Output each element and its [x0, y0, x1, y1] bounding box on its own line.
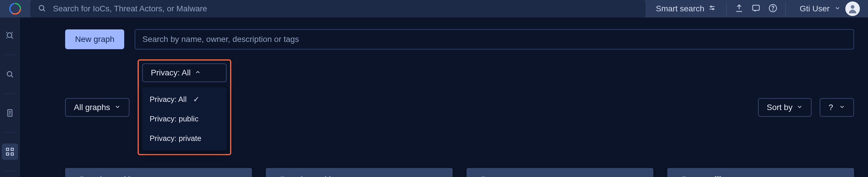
question-label: ?: [829, 103, 833, 112]
svg-line-16: [11, 76, 13, 78]
cards: dutogekisser.com Created 42 minutes ago: [65, 168, 868, 177]
card-header: Grrrrrrrrrr Created 1 hour ago: [467, 168, 653, 177]
upload-icon[interactable]: [735, 4, 744, 14]
sort-by-dropdown[interactable]: Sort by: [758, 98, 812, 117]
controls-row: New graph: [65, 29, 868, 50]
svg-point-15: [7, 71, 12, 76]
graph-card[interactable]: Grrrrrrrrrr Created 1 hour ago: [467, 168, 653, 177]
divider: [785, 2, 786, 15]
svg-line-4: [43, 9, 45, 11]
privacy-option-all[interactable]: Privacy: All ✓: [142, 90, 226, 109]
main: New graph All graphs Privacy: All: [0, 18, 868, 177]
privacy-dropdown[interactable]: Privacy: All: [142, 63, 226, 82]
all-graphs-dropdown[interactable]: All graphs: [65, 98, 129, 117]
card-header: Grafff Created 1 hour ago: [667, 168, 854, 177]
privacy-highlight: Privacy: All Privacy: All ✓ Privacy: pub…: [137, 59, 231, 155]
app-logo[interactable]: [8, 2, 22, 16]
all-graphs-label: All graphs: [74, 103, 110, 112]
privacy-option-label: Privacy: All: [150, 95, 187, 104]
privacy-menu: Privacy: All ✓ Privacy: public Privacy: …: [142, 87, 226, 150]
help-icon[interactable]: [769, 4, 777, 14]
help-dropdown[interactable]: ?: [820, 98, 854, 117]
svg-line-14: [11, 37, 13, 39]
svg-rect-21: [6, 148, 9, 150]
avatar: [845, 1, 860, 16]
user-label: Gti User: [800, 4, 830, 13]
chevron-down-icon: [114, 103, 121, 112]
graph-search[interactable]: [135, 29, 854, 50]
sidebar-item-reports[interactable]: [2, 105, 18, 121]
new-graph-label: New graph: [75, 35, 114, 44]
content: New graph All graphs Privacy: All: [20, 18, 868, 177]
user-menu[interactable]: Gti User: [800, 1, 860, 16]
divider: [3, 132, 17, 132]
svg-point-13: [7, 33, 12, 37]
card-header: dutogekisser.com Created 42 minutes ago: [65, 168, 252, 177]
graph-card[interactable]: dutogekisser.com Created 42 minutes ago: [266, 168, 453, 177]
sliders-icon: [708, 4, 716, 14]
search-icon: [38, 4, 46, 13]
graph-search-input[interactable]: [142, 35, 846, 44]
topbar: Smart search Gti User: [0, 0, 868, 18]
sidebar-item-search[interactable]: [2, 27, 18, 44]
smart-search-label: Smart search: [656, 4, 705, 13]
global-search[interactable]: [30, 0, 646, 18]
sidebar: [0, 18, 20, 177]
svg-rect-23: [6, 153, 9, 155]
cards-wrap: dutogekisser.com Created 42 minutes ago: [65, 168, 868, 177]
privacy-option-label: Privacy: private: [150, 134, 202, 143]
privacy-label: Privacy: All: [151, 68, 191, 78]
svg-point-7: [711, 6, 712, 7]
new-graph-button[interactable]: New graph: [65, 29, 124, 49]
sidebar-item-explore[interactable]: [2, 66, 18, 82]
divider: [3, 171, 17, 171]
svg-point-3: [39, 5, 44, 10]
smart-search-button[interactable]: Smart search: [654, 4, 718, 14]
divider: [3, 93, 17, 94]
sidebar-item-graph[interactable]: [2, 144, 18, 160]
chat-icon[interactable]: [752, 4, 761, 14]
privacy-option-label: Privacy: public: [150, 114, 199, 123]
chevron-up-icon: [195, 68, 201, 78]
graph-card[interactable]: Grafff Created 1 hour ago: [667, 168, 854, 177]
chevron-down-icon: [834, 4, 841, 13]
privacy-option-private[interactable]: Privacy: private: [142, 129, 226, 148]
chevron-down-icon: [797, 103, 803, 112]
svg-point-8: [712, 8, 714, 9]
topbar-actions: [735, 4, 777, 14]
svg-rect-22: [11, 148, 13, 150]
divider: [3, 55, 17, 55]
svg-rect-9: [753, 5, 760, 10]
chevron-down-icon: [839, 103, 845, 112]
card-title: dutogekisser.com: [97, 175, 178, 177]
card-header: dutogekisser.com Created 42 minutes ago: [266, 168, 453, 177]
privacy-option-public[interactable]: Privacy: public: [142, 109, 226, 129]
svg-rect-24: [11, 153, 13, 155]
sort-by-label: Sort by: [767, 103, 793, 112]
card-title: Grrrrrrrrrr: [499, 175, 564, 177]
global-search-input[interactable]: [53, 4, 638, 13]
svg-point-11: [773, 10, 773, 10]
graph-card[interactable]: dutogekisser.com Created 42 minutes ago: [65, 168, 252, 177]
svg-point-12: [851, 5, 855, 9]
check-icon: ✓: [193, 95, 199, 104]
card-title: Grafff: [699, 175, 765, 177]
filters-row: All graphs Privacy: All Privacy: All ✓: [65, 59, 868, 155]
card-title: dutogekisser.com: [298, 175, 379, 177]
